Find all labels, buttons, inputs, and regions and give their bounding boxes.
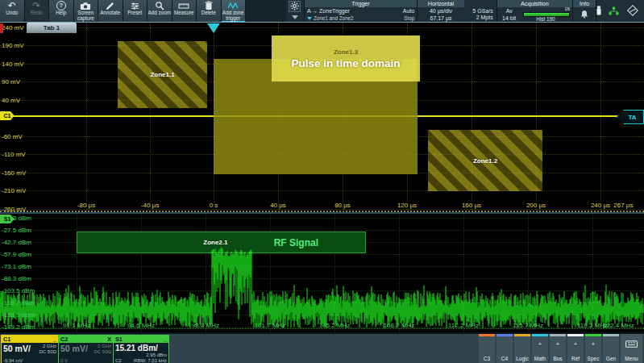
c1-minimize-button[interactable]: _ <box>53 336 56 343</box>
tab-label: Tab 1 <box>44 24 60 31</box>
c2-close-button[interactable]: X <box>107 336 111 343</box>
x-tick-label: 122.4 MHz <box>603 322 634 329</box>
chevron-down-icon[interactable] <box>292 15 298 19</box>
toolbar-button-add-zone-trigger[interactable]: Add zone trigger <box>222 0 247 23</box>
dock-button-logic[interactable]: Logic <box>514 334 530 363</box>
average-count: 16 <box>564 6 570 11</box>
c1-panel-title: C1 <box>3 336 10 343</box>
sampling-summary[interactable]: 5 GSa/s 2 Mpts <box>464 0 497 22</box>
horizontal-summary[interactable]: Horizontal 40 µs/div 67.17 µs <box>417 0 464 22</box>
dock-color-strip <box>479 334 495 336</box>
toolbar-button-help[interactable]: ?Help <box>49 0 74 23</box>
c1-coupling-info: 2 GHz DC 50Ω <box>39 344 57 355</box>
dock-color-strip <box>567 334 584 336</box>
dock-button-label: Ref <box>571 356 580 361</box>
c1-scale-value: 50 mV/ <box>3 344 31 353</box>
trigger-level-badge[interactable]: TA <box>617 110 644 124</box>
c1-channel-badge[interactable]: C1 <box>0 111 15 120</box>
c2-coupling: DC 50Ω <box>94 349 112 354</box>
y-tick-label: 90 mV <box>2 78 20 86</box>
gear-icon <box>290 2 299 11</box>
s1-source-channel: C2 <box>115 358 122 363</box>
y-tick-label: -27.5 dBm <box>2 227 31 234</box>
zone-Zone1.3[interactable]: Zone1.3Pulse in time domain <box>272 35 420 81</box>
toolbar-button-label: Measure <box>174 10 194 16</box>
dock-button-gen[interactable]: Gen <box>603 334 619 363</box>
info-summary[interactable]: Info <box>572 0 596 22</box>
zone-label: Zone1.2 <box>473 157 497 165</box>
y-tick-label: -133.9 dBm <box>2 311 35 319</box>
toolbar-button-undo[interactable]: ↶Undo <box>0 0 25 23</box>
oscilloscope-screen: ↶Undo↷Redo?HelpScreen captureAnnotatePre… <box>0 0 644 363</box>
top-toolbar: ↶Undo↷Redo?HelpScreen captureAnnotatePre… <box>0 0 644 22</box>
record-length: 2 Mpts <box>476 15 493 20</box>
dock-button-math[interactable]: +Math <box>532 334 548 363</box>
acquisition-resolution: 14 bit <box>502 15 516 21</box>
status-summary-bar: Trigger A → ZoneTrigger Auto Zone1 and Z… <box>286 0 644 22</box>
c1-coupling: DC 50Ω <box>39 349 57 354</box>
dock-button-spec[interactable]: +Spec <box>585 334 601 363</box>
y-tick-label: 140 mV <box>2 60 24 68</box>
trigger-source-caret-icon <box>307 17 312 20</box>
c1-offset-value: -9.94 mV <box>3 358 23 363</box>
y-tick-label: -110 mV <box>2 151 26 158</box>
add-icon: + <box>592 340 595 348</box>
toolbar-button-add-zoom[interactable]: Add zoom <box>147 0 172 23</box>
x-tick-label: 115.7 MHz <box>513 322 543 329</box>
dock-button-c4[interactable]: C4 <box>497 334 513 363</box>
dock-button-label: C3 <box>484 356 490 361</box>
toolbar-button-label: Delete <box>202 10 216 16</box>
trigger-state: Stop <box>404 15 414 21</box>
c2-offset-value: 0 V <box>60 358 68 363</box>
x-tick-label: 0 s <box>210 202 218 209</box>
toolbar-button-delete[interactable]: Delete <box>197 0 222 23</box>
x-tick-label: 98.2 MHz <box>192 322 219 329</box>
c2-panel-title: C2 <box>60 336 68 343</box>
tab-1[interactable]: Tab 1 <box>27 23 77 33</box>
zone-annotation: Pulse in time domain <box>291 57 400 69</box>
grid-line-horizontal <box>0 190 644 191</box>
c1-signal-panel[interactable]: C1 _ 50 mV/ 2 GHz DC 50Ω -9.94 mV <box>1 335 59 363</box>
trigger-summary[interactable]: Trigger A → ZoneTrigger Auto Zone1 and Z… <box>304 0 417 22</box>
network-icon <box>609 6 619 16</box>
add-icon: + <box>538 340 542 348</box>
x-tick-label: 120 µs <box>397 202 417 209</box>
x-tick-label: 240 µs <box>591 202 610 209</box>
trigger-position-marker[interactable] <box>207 23 220 33</box>
dock-button-bus[interactable]: +Bus <box>550 334 566 363</box>
settings-gear-button[interactable] <box>289 1 301 12</box>
dock-button-ref[interactable]: +Ref <box>567 334 584 363</box>
sample-rate: 5 GSa/s <box>472 8 492 14</box>
trigger-mode: Auto <box>403 8 414 14</box>
x-tick-label: 94.6 MHz <box>127 322 155 329</box>
toolbar-button-preset[interactable]: Preset <box>123 0 148 23</box>
c2-bandwidth: 2 GHz <box>98 344 111 348</box>
zone-Zone1.2[interactable]: Zone1.2 <box>428 130 542 191</box>
y-tick-label: 190 mV <box>2 42 24 49</box>
y-tick-label: -210 mV <box>2 187 26 194</box>
zone-Zone1.1[interactable]: Zone1.1 <box>118 41 207 108</box>
s1-signal-panel[interactable]: S1 _ 15.21 dBm/ 2.95 dBm C2 RBW: 7.01 kH… <box>113 335 169 363</box>
horizontal-title: Horizontal <box>418 0 464 7</box>
toolbar-button-redo[interactable]: ↷Redo <box>25 0 50 23</box>
toolbar-button-screen-capture[interactable]: Screen capture <box>74 0 99 23</box>
y-tick-label: -260 mV <box>2 206 26 213</box>
c2-signal-panel[interactable]: C2 X 50 mV/ 2 GHz DC 50Ω 0 V <box>58 335 114 363</box>
dock-button-menu[interactable]: Menu <box>621 334 642 363</box>
info-title: Info <box>573 0 596 7</box>
time-domain-diagram[interactable]: Tab 1 C1 TA -80 µs-40 µs0 s40 µs80 µs120… <box>0 22 644 213</box>
toolbar-button-measure[interactable]: Measure <box>172 0 197 23</box>
acquisition-summary[interactable]: Acquisition Av 14 bit 16 Hist 190 <box>497 0 573 22</box>
spectrum-diagram[interactable]: S1 91.1 MHz94.6 MHz98.2 MHz101.7 MHz105.… <box>0 214 644 332</box>
toolbar-button-label: Undo <box>6 10 18 16</box>
x-tick-label: 200 µs <box>526 202 546 209</box>
y-tick-label: -160 mV <box>2 169 26 177</box>
dock-color-strip <box>497 334 513 336</box>
x-tick-label: 80 µs <box>334 202 351 209</box>
s1-minimize-button[interactable]: _ <box>164 336 167 343</box>
toolbar-button-annotate[interactable]: Annotate <box>98 0 123 23</box>
x-tick-label: 108.7 MHz <box>384 322 415 329</box>
dock-button-group: C3C4Logic+Math+Bus+Ref+SpecGenMenu <box>479 334 642 363</box>
toolbar-button-group: ↶Undo↷Redo?HelpScreen captureAnnotatePre… <box>0 0 246 22</box>
dock-button-c3[interactable]: C3 <box>479 334 495 363</box>
